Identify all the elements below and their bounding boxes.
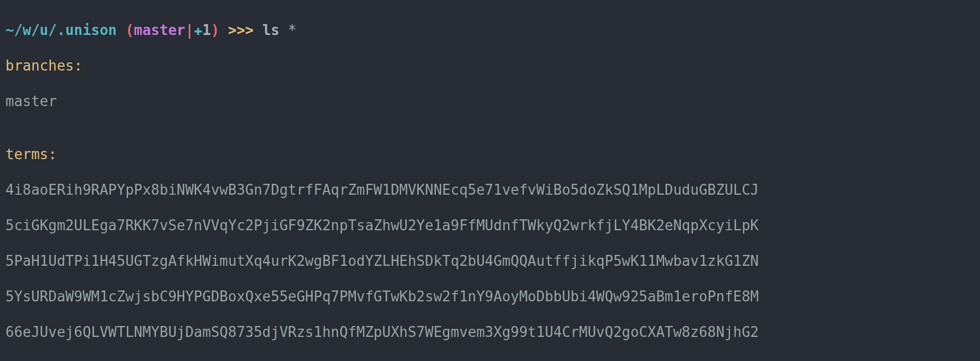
command-name: ls xyxy=(262,22,279,38)
terms-heading: terms: xyxy=(5,145,975,164)
prompt-line-1: ~/w/u/.unison (master|✚1) >>> ls * xyxy=(5,21,975,39)
terms-line: 5PaH1UdTPi1H45UGTzgAfkHWimutXq4urK2wgBF1… xyxy=(5,252,975,270)
git-branch: master xyxy=(134,22,185,38)
git-open-paren: ( xyxy=(117,22,134,38)
branches-heading: branches: xyxy=(5,57,975,75)
cwd-path: ~/w/u/.unison xyxy=(5,22,117,38)
git-separator: | xyxy=(185,22,194,38)
terms-line: 66eJUvej6QLVWTLNMYBUjDamSQ8735djVRzs1hnQ… xyxy=(5,323,975,341)
terms-line: 5YsURDaW9WM1cZwjsbC9HYPGDBoxQxe55eGHPq7P… xyxy=(5,288,975,306)
terms-line: 4i8aoERih9RAPYpPx8biNWK4vwB3Gn7DgtrfFAqr… xyxy=(5,181,975,199)
git-count: 1 xyxy=(202,22,211,38)
terminal[interactable]: ~/w/u/.unison (master|✚1) >>> ls * branc… xyxy=(0,0,980,361)
git-close-paren: ) xyxy=(211,22,220,38)
branches-item: master xyxy=(5,92,975,110)
terms-line: 5ciGKgm2ULEga7RKK7vSe7nVVqYc2PjiGF9ZK2np… xyxy=(5,217,975,235)
git-plus-icon: ✚ xyxy=(194,22,202,38)
prompt-arrows: >>> xyxy=(219,22,262,38)
command-arg: * xyxy=(279,22,296,38)
